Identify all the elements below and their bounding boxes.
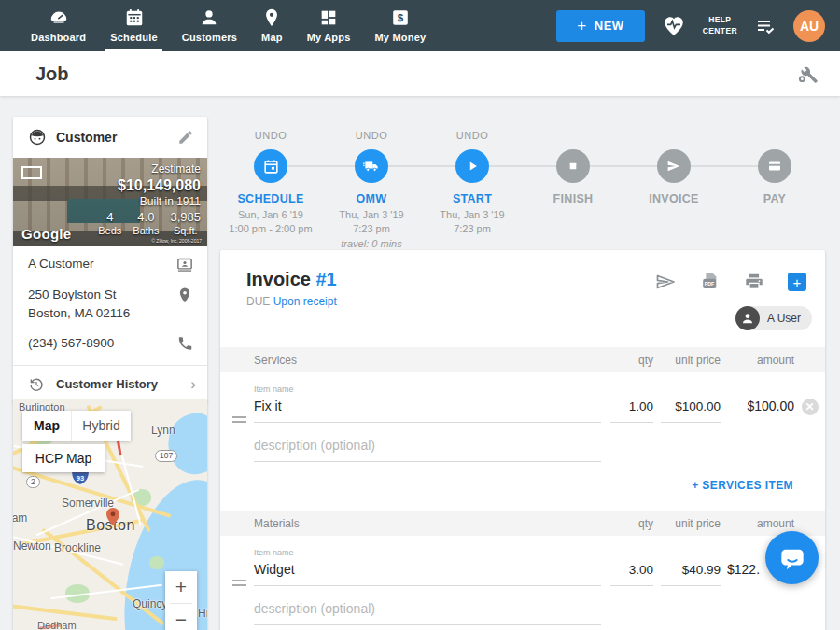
dashboard-icon: [49, 7, 69, 28]
material-description-input[interactable]: [254, 599, 601, 625]
top-nav: Dashboard Schedule Customers Map My Apps…: [0, 0, 840, 51]
timeline-step-schedule: UNDO SCHEDULE Sun, Jan 6 '19 1:00 pm - 2…: [220, 117, 321, 251]
add-services-item-link[interactable]: + SERVICES ITEM: [692, 479, 793, 492]
phone-icon[interactable]: [176, 334, 194, 352]
amount-column-header: amount: [721, 517, 794, 530]
map-road-minor: [118, 443, 141, 525]
svg-text:93: 93: [77, 474, 84, 483]
customer-phone-row: (234) 567-8900: [13, 326, 207, 357]
map-type-hybrid-button[interactable]: Hybrid: [71, 411, 131, 441]
nav-tab-dashboard[interactable]: Dashboard: [19, 0, 98, 51]
undo-link[interactable]: UNDO: [356, 130, 387, 142]
stat-sqft: 3,985Sq.ft.: [170, 210, 201, 238]
map-road: [13, 604, 118, 622]
new-button[interactable]: + NEW: [556, 10, 644, 42]
services-section-header: Services qty unit price amount: [220, 347, 825, 372]
task-list-icon[interactable]: [754, 15, 777, 37]
job-tools-icon[interactable]: [795, 62, 819, 86]
invoice-number[interactable]: #1: [315, 269, 336, 289]
nav-tab-customers[interactable]: Customers: [170, 0, 249, 51]
materials-title: Materials: [254, 517, 603, 530]
customer-face-icon: [28, 128, 47, 147]
map-label-dedham: Dedham: [37, 620, 77, 630]
service-qty-input[interactable]: [610, 398, 653, 423]
drag-handle-icon[interactable]: [232, 577, 246, 589]
map-type-map-button[interactable]: Map: [22, 411, 71, 441]
material-description-row: [220, 586, 825, 625]
nav-label: Customers: [182, 32, 237, 43]
timeline-step-omw: UNDO OMW Thu, Jan 3 '19 7:23 pm travel: …: [321, 117, 422, 251]
material-unit-price-input[interactable]: [661, 561, 721, 586]
nav-label: My Money: [375, 32, 427, 43]
customer-history-row[interactable]: Customer History ›: [13, 366, 207, 403]
add-invoice-item-button[interactable]: +: [788, 273, 806, 291]
zoom-out-button[interactable]: −: [165, 604, 197, 630]
chat-launcher-button[interactable]: [765, 531, 819, 584]
contact-card-icon[interactable]: [175, 255, 194, 273]
material-item-name-input[interactable]: [254, 560, 601, 586]
help-center-link[interactable]: HELP CENTER: [703, 15, 737, 35]
history-icon: [28, 376, 45, 393]
address-line1: 250 Boylston St: [28, 286, 130, 304]
omw-step-button[interactable]: [355, 149, 388, 183]
help-line2: CENTER: [703, 26, 737, 36]
customer-address: 250 Boylston St Boston, MA 02116: [28, 286, 130, 322]
step-details: Thu, Jan 3 '19 7:23 pm travel: 0 mins: [339, 208, 403, 251]
pay-step-button[interactable]: [758, 149, 791, 183]
material-qty-input[interactable]: [610, 561, 653, 586]
location-pin-icon[interactable]: [175, 286, 194, 304]
new-button-label: NEW: [595, 19, 624, 33]
qty-column-header: qty: [603, 354, 653, 367]
main-column: UNDO SCHEDULE Sun, Jan 6 '19 1:00 pm - 2…: [220, 117, 825, 251]
stat-beds: 4Beds: [98, 210, 121, 238]
remove-service-item-button[interactable]: ✕: [802, 399, 819, 415]
timeline-step-start: UNDO START Thu, Jan 3 '19 7:23 pm: [422, 117, 523, 251]
step-label: PAY: [763, 192, 787, 205]
invoice-step-button[interactable]: [657, 149, 691, 183]
edit-pencil-icon[interactable]: [177, 129, 194, 146]
hcp-map-button[interactable]: HCP Map: [22, 444, 105, 472]
finish-step-button[interactable]: [556, 149, 590, 183]
send-invoice-icon[interactable]: [654, 271, 677, 293]
service-description-row: [220, 423, 825, 462]
nav-tab-map[interactable]: Map: [249, 0, 295, 51]
nav-tab-schedule[interactable]: Schedule: [98, 0, 170, 51]
unit-price-column-header: unit price: [653, 354, 721, 367]
map-label-brookline: Brookline: [54, 541, 101, 554]
schedule-icon: [124, 7, 145, 28]
undo-link[interactable]: UNDO: [456, 130, 488, 142]
undo-link[interactable]: UNDO: [255, 130, 287, 142]
due-value-link[interactable]: Upon receipt: [273, 295, 337, 308]
assignee-chip[interactable]: A User: [735, 306, 812, 330]
health-heart-icon[interactable]: [662, 14, 686, 38]
apps-grid-icon: [318, 7, 339, 28]
start-step-button[interactable]: [455, 149, 489, 183]
schedule-step-button[interactable]: [254, 149, 287, 183]
print-icon[interactable]: [744, 272, 764, 292]
step-label: OMW: [357, 192, 387, 205]
send-icon: [665, 158, 682, 175]
user-avatar[interactable]: AU: [793, 10, 825, 42]
map-water-inlet: [160, 408, 207, 481]
plus-icon: +: [577, 17, 586, 35]
service-unit-price-input[interactable]: [661, 398, 721, 423]
step-label: INVOICE: [649, 192, 699, 205]
zoom-in-button[interactable]: +: [165, 571, 197, 603]
route-2-shield: 2: [26, 476, 40, 488]
page-header: Job: [0, 51, 840, 96]
nav-tab-my-apps[interactable]: My Apps: [295, 0, 363, 51]
chat-bubble-icon: [779, 545, 805, 571]
service-item-row: Item name $100.00 ✕: [220, 372, 825, 423]
drag-handle-icon[interactable]: [232, 413, 246, 426]
step-label: START: [453, 192, 492, 205]
service-description-input[interactable]: [254, 436, 601, 462]
pdf-icon[interactable]: PDF: [700, 271, 721, 293]
nav-tab-my-money[interactable]: $ My Money: [363, 0, 439, 51]
step-label: FINISH: [553, 192, 594, 205]
timeline-step-finish: FINISH: [523, 117, 623, 251]
unit-price-column-header: unit price: [653, 517, 721, 530]
credit-card-icon: [766, 158, 783, 175]
invoice-card: Invoice #1 DUE Upon receipt PDF + A User…: [220, 250, 825, 630]
customer-card-header: Customer: [13, 117, 207, 158]
service-item-name-input[interactable]: [254, 397, 601, 423]
